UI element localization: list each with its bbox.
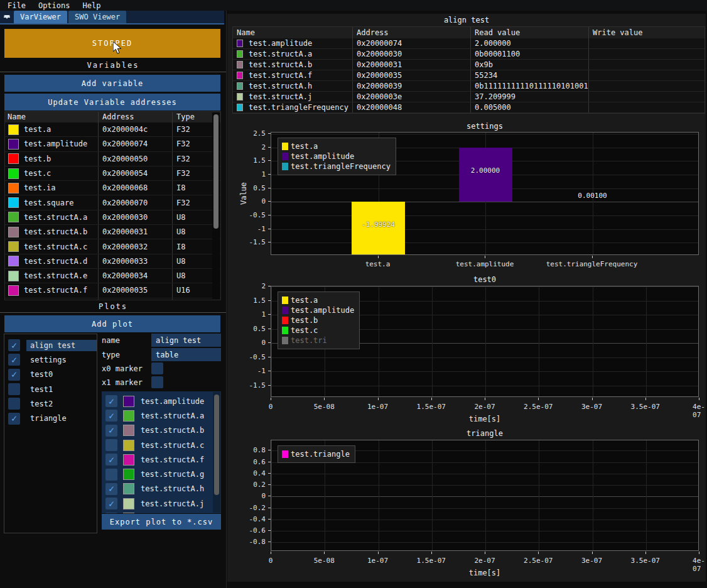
update-variable-addresses-button[interactable]: Update Variable addresses	[4, 94, 220, 111]
scrollbar-thumb[interactable]	[214, 395, 219, 495]
column-header-name[interactable]: Name	[233, 27, 353, 38]
legend-entry[interactable]: test.triangleFrequency	[282, 161, 391, 172]
table-row[interactable]: test.triangleFrequency0x200000480.005000	[233, 102, 704, 113]
chart-legend[interactable]: test.triangle	[278, 445, 355, 463]
variable-color-swatch[interactable]	[8, 227, 19, 237]
plot-name[interactable]: align test	[26, 340, 97, 351]
column-header-type[interactable]: Type	[173, 112, 213, 122]
plot-name[interactable]: test1	[26, 384, 57, 395]
table-row[interactable]: test.ia0x20000068I8	[5, 181, 220, 195]
table-row[interactable]: test.structA.d0x20000033U8	[5, 254, 220, 269]
series-item[interactable]: ✓test.amplitude	[102, 394, 221, 408]
legend-entry[interactable]: test.b	[282, 315, 354, 325]
series-item[interactable]: ✓test.structA.a	[102, 408, 221, 423]
series-visible-checkbox[interactable]: ✓	[105, 513, 117, 513]
legend-entry[interactable]: test.tri	[282, 335, 354, 346]
plot-visible-checkbox[interactable]: ✓	[8, 354, 20, 366]
table-row[interactable]: test.a0x2000004cF32	[5, 122, 220, 137]
write-value-cell[interactable]	[589, 49, 704, 59]
series-visible-checkbox[interactable]: ✓	[105, 439, 117, 451]
series-item[interactable]: ✓test.structA.j	[102, 496, 221, 511]
plot-visible-checkbox[interactable]: ✓	[8, 413, 20, 425]
series-color-swatch[interactable]	[123, 498, 134, 509]
add-variable-button[interactable]: Add variable	[4, 75, 220, 92]
table-row[interactable]	[5, 298, 220, 300]
variable-color-swatch[interactable]	[8, 212, 19, 222]
chart-legend[interactable]: test.atest.amplitudetest.triangleFrequen…	[278, 138, 396, 175]
table-row[interactable]: test.structA.j0x2000003e37.209999	[233, 92, 704, 102]
panel-splitter[interactable]	[226, 11, 227, 588]
write-value-cell[interactable]	[589, 81, 704, 91]
write-value-cell[interactable]	[589, 70, 704, 80]
variable-color-swatch[interactable]	[8, 271, 19, 281]
plot-type-select[interactable]: table	[151, 348, 221, 361]
column-header-address[interactable]: Address	[99, 112, 173, 122]
write-value-cell[interactable]	[589, 38, 704, 48]
column-header-name[interactable]: Name	[5, 112, 99, 122]
series-color-swatch[interactable]	[123, 513, 134, 513]
table-row[interactable]: test.structA.b0x200000310x9b	[233, 60, 704, 70]
series-list-scrollbar[interactable]	[213, 392, 220, 513]
scrollbar-thumb[interactable]	[213, 114, 219, 229]
variable-color-swatch[interactable]	[8, 256, 19, 266]
menu-file[interactable]: File	[8, 1, 26, 10]
variable-color-swatch[interactable]	[8, 183, 19, 193]
series-visible-checkbox[interactable]: ✓	[105, 498, 117, 509]
table-row[interactable]: test.c0x20000054F32	[5, 166, 220, 181]
table-row[interactable]: test.structA.e0x20000034U8	[5, 269, 220, 283]
series-visible-checkbox[interactable]: ✓	[105, 483, 117, 495]
series-color-swatch[interactable]	[123, 410, 134, 422]
series-item[interactable]: ✓test.structA.b	[102, 423, 221, 438]
legend-entry[interactable]: test.a	[282, 141, 391, 151]
table-row[interactable]: test.structA.h0x200000390b11111111110111…	[233, 81, 704, 92]
series-item[interactable]: ✓test.structA.c	[102, 438, 221, 452]
variable-color-swatch[interactable]	[8, 197, 19, 208]
add-plot-button[interactable]: Add plot	[4, 315, 220, 332]
table-row[interactable]: test.amplitude0x20000074F32	[5, 137, 220, 151]
series-color-swatch[interactable]	[123, 483, 134, 494]
legend-entry[interactable]: test.triangle	[282, 449, 350, 459]
table-row[interactable]: test.b0x20000050F32	[5, 152, 220, 166]
plot-name-input[interactable]: align test	[151, 334, 221, 347]
table-row[interactable]: test.structA.f0x2000003555234	[233, 70, 704, 81]
collapse-tabbar-icon[interactable]	[0, 11, 14, 23]
plot-list-item[interactable]: ✓settings	[4, 352, 97, 367]
plot-visible-checkbox[interactable]: ✓	[8, 383, 20, 395]
series-visible-checkbox[interactable]: ✓	[105, 454, 117, 466]
legend-entry[interactable]: test.amplitude	[282, 305, 354, 315]
column-header-address[interactable]: Address	[353, 27, 471, 38]
series-color-swatch[interactable]	[123, 425, 134, 436]
legend-entry[interactable]: test.amplitude	[282, 151, 391, 161]
series-item[interactable]: ✓test.structA.h	[102, 482, 221, 496]
write-value-cell[interactable]	[589, 92, 704, 102]
series-visible-checkbox[interactable]: ✓	[105, 410, 117, 422]
tab-varviewer[interactable]: VarViewer	[14, 11, 67, 23]
series-visible-checkbox[interactable]: ✓	[105, 425, 117, 437]
variable-color-swatch[interactable]	[8, 153, 19, 164]
tab-swo-viewer[interactable]: SWO Viewer	[68, 11, 126, 23]
table-row[interactable]: test.amplitude0x200000742.000000	[233, 38, 704, 49]
write-value-cell[interactable]	[589, 60, 704, 70]
plot-name[interactable]: test2	[26, 398, 57, 410]
variable-color-swatch[interactable]	[8, 124, 19, 135]
series-item[interactable]: ✓test.structA.f	[102, 452, 221, 467]
plot-name[interactable]: settings	[26, 354, 70, 366]
plot-name[interactable]: test0	[26, 369, 57, 380]
series-color-swatch[interactable]	[123, 440, 134, 451]
variables-table-scrollbar[interactable]	[212, 112, 220, 299]
plot-list-item[interactable]: ✓test1	[4, 382, 97, 396]
plot-visible-checkbox[interactable]: ✓	[8, 398, 20, 410]
export-csv-button[interactable]: Export plot to *.csv	[102, 514, 221, 530]
column-header-write-value[interactable]: Write value	[589, 27, 704, 38]
variable-color-swatch[interactable]	[8, 139, 19, 150]
plot-name[interactable]: triangle	[26, 413, 70, 424]
plot-list-item[interactable]: ✓test0	[4, 368, 97, 382]
plot-list-item[interactable]: ✓test2	[4, 396, 97, 411]
plot-list-item[interactable]: ✓align test	[4, 338, 97, 352]
table-row[interactable]: test.structA.c0x20000032I8	[5, 239, 220, 254]
series-color-swatch[interactable]	[123, 469, 134, 480]
column-header-read-value[interactable]: Read value	[471, 27, 589, 38]
plot-list-item[interactable]: ✓triangle	[4, 411, 97, 425]
table-row[interactable]: test.structA.a0x200000300b00001100	[233, 49, 704, 60]
table-row[interactable]: test.structA.a0x20000030U8	[5, 210, 220, 225]
